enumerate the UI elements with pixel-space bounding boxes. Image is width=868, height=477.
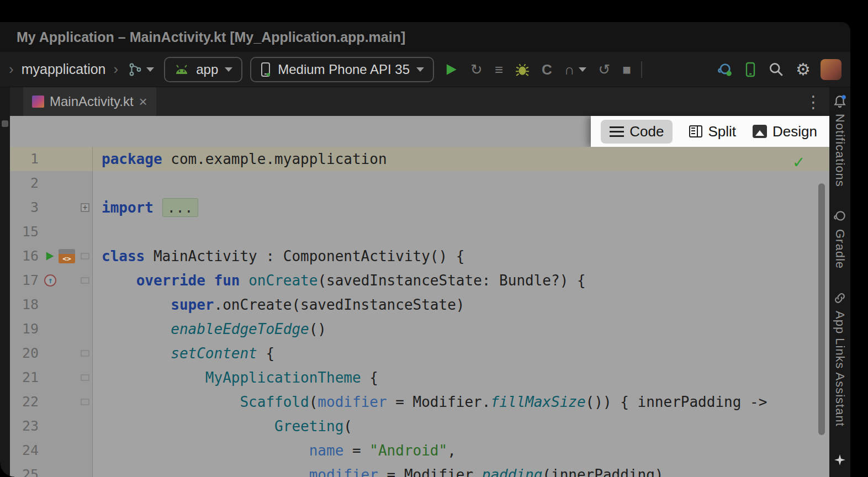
code-line-19[interactable]: 19 enableEdgeToEdge()	[10, 317, 829, 341]
code-line-18[interactable]: 18 super.onCreate(savedInstanceState)	[10, 293, 829, 317]
editor-scrollbar[interactable]	[818, 183, 825, 435]
composable-preview-icon[interactable]: <>	[59, 249, 75, 263]
code-text: modifier = Modifier.padding(innerPadding…	[93, 463, 664, 477]
fold-column	[78, 253, 92, 259]
editor-tab-bar: MainActivity.kt × ⋮	[10, 87, 829, 116]
apply-code-changes-button[interactable]: ≡	[493, 60, 505, 79]
tool-stripe-icon[interactable]	[2, 120, 8, 127]
kotlin-file-icon	[32, 96, 44, 108]
fold-open-icon[interactable]	[81, 277, 89, 284]
line-number: 22	[10, 390, 39, 414]
design-view-label: Design	[772, 123, 817, 140]
code-text: setContent {	[93, 341, 274, 365]
code-line-23[interactable]: 23 Greeting(	[10, 414, 829, 438]
sync-project-button[interactable]	[714, 60, 734, 80]
overriding-method-icon[interactable]: ↑	[44, 274, 56, 287]
gutter: 1	[10, 147, 93, 171]
profiler-button[interactable]: ∩	[562, 60, 589, 79]
sidebar-item-gradle[interactable]: Gradle	[833, 209, 847, 269]
gutter: 25	[10, 463, 93, 477]
left-tool-stripe	[0, 87, 10, 477]
stop-button[interactable]: ■	[620, 60, 633, 79]
breadcrumb-chevron-icon: ›	[9, 61, 14, 78]
device-phone-icon	[260, 62, 271, 77]
code-line-3[interactable]: 3+import ...	[10, 195, 829, 220]
fold-open-icon[interactable]	[81, 399, 89, 405]
gradle-label: Gradle	[833, 229, 847, 269]
editor-options-kebab[interactable]: ⋮	[805, 92, 822, 112]
device-manager-button[interactable]	[742, 60, 759, 80]
gutter: 15	[10, 220, 93, 244]
code-line-2[interactable]: 2	[10, 171, 829, 195]
fold-open-icon[interactable]	[81, 374, 89, 381]
fold-open-icon[interactable]	[81, 253, 89, 259]
gutter: 20	[10, 341, 93, 365]
code-line-25[interactable]: 25 modifier = Modifier.padding(innerPadd…	[10, 463, 829, 477]
gutter-icons: ↑	[39, 274, 78, 287]
vcs-widget-button[interactable]	[126, 60, 156, 79]
project-breadcrumb[interactable]: myapplication	[22, 61, 106, 77]
code-line-1[interactable]: 1package com.example.myapplication	[10, 147, 829, 171]
fold-column	[78, 277, 92, 284]
coverage-button[interactable]: C	[539, 60, 554, 79]
view-code-button[interactable]: Code	[601, 120, 673, 144]
device-select[interactable]: Medium Phone API 35	[250, 57, 434, 82]
debug-bug-icon	[515, 62, 530, 77]
ai-assistant-icon[interactable]	[833, 453, 846, 468]
right-tool-stripe: Notifications Gradle App Links Assistant	[829, 87, 850, 477]
notifications-label: Notifications	[833, 114, 847, 187]
code-line-20[interactable]: 20 setContent {	[10, 341, 829, 365]
line-number: 19	[10, 317, 39, 341]
run-config-select[interactable]: app	[164, 57, 242, 82]
line-number: 20	[10, 341, 39, 365]
run-line-icon[interactable]	[44, 251, 55, 262]
settings-button[interactable]: ⚙	[793, 59, 813, 80]
sidebar-item-app-links-assistant[interactable]: App Links Assistant	[833, 291, 847, 427]
run-button[interactable]	[442, 60, 461, 79]
close-tab-icon[interactable]: ×	[139, 94, 147, 109]
gutter: 24	[10, 438, 93, 463]
view-split-button[interactable]: Split	[689, 123, 736, 140]
gutter-icons: <>	[39, 249, 78, 263]
sparkle-icon	[833, 453, 846, 467]
line-number: 24	[10, 438, 39, 463]
debug-button[interactable]	[513, 60, 532, 79]
code-text: super.onCreate(savedInstanceState)	[93, 293, 464, 317]
code-editor[interactable]: 1package com.example.myapplication23+imp…	[10, 147, 829, 477]
android-studio-window: My Application – MainActivity.kt [My_App…	[0, 22, 850, 477]
code-text	[93, 220, 102, 244]
view-design-button[interactable]: Design	[753, 123, 817, 140]
code-line-16[interactable]: 16<>class MainActivity : ComponentActivi…	[10, 244, 829, 268]
code-line-21[interactable]: 21 MyApplicationTheme {	[10, 365, 829, 390]
code-line-22[interactable]: 22 Scaffold(modifier = Modifier.fillMaxS…	[10, 390, 829, 414]
line-number: 15	[10, 220, 39, 244]
gradle-sync-icon	[717, 62, 732, 77]
line-number: 16	[10, 244, 39, 268]
tab-mainactivity[interactable]: MainActivity.kt ×	[23, 87, 156, 116]
stop-icon: ■	[622, 62, 631, 77]
code-text: name = "Android",	[93, 438, 456, 463]
tab-label: MainActivity.kt	[50, 94, 134, 109]
code-line-24[interactable]: 24 name = "Android",	[10, 438, 829, 463]
chevron-down-icon	[225, 67, 232, 72]
user-avatar[interactable]	[821, 59, 841, 80]
view-mode-toggle: Code Split Design	[591, 116, 829, 147]
gradle-icon	[833, 209, 847, 224]
breadcrumb-chevron-icon: ›	[114, 61, 119, 78]
gutter: 19	[10, 317, 93, 341]
apply-changes-button[interactable]: ↻	[468, 60, 485, 79]
code-text: import ...	[93, 195, 198, 220]
gutter: 21	[10, 365, 93, 390]
coverage-icon: C	[542, 62, 552, 77]
code-line-17[interactable]: 17↑ override fun onCreate(savedInstanceS…	[10, 268, 829, 293]
apply-changes-icon: ↻	[470, 62, 483, 77]
code-line-15[interactable]: 15	[10, 220, 829, 244]
gutter: 2	[10, 171, 93, 195]
sidebar-item-notifications[interactable]: Notifications	[833, 94, 847, 187]
retry-debugger-button[interactable]: ↺	[596, 60, 613, 79]
split-view-icon	[689, 125, 702, 137]
inspection-check-icon[interactable]: ✓	[793, 151, 804, 172]
search-everywhere-button[interactable]	[766, 60, 786, 79]
fold-open-icon[interactable]	[81, 350, 89, 357]
fold-collapsed-icon[interactable]: +	[81, 203, 89, 212]
